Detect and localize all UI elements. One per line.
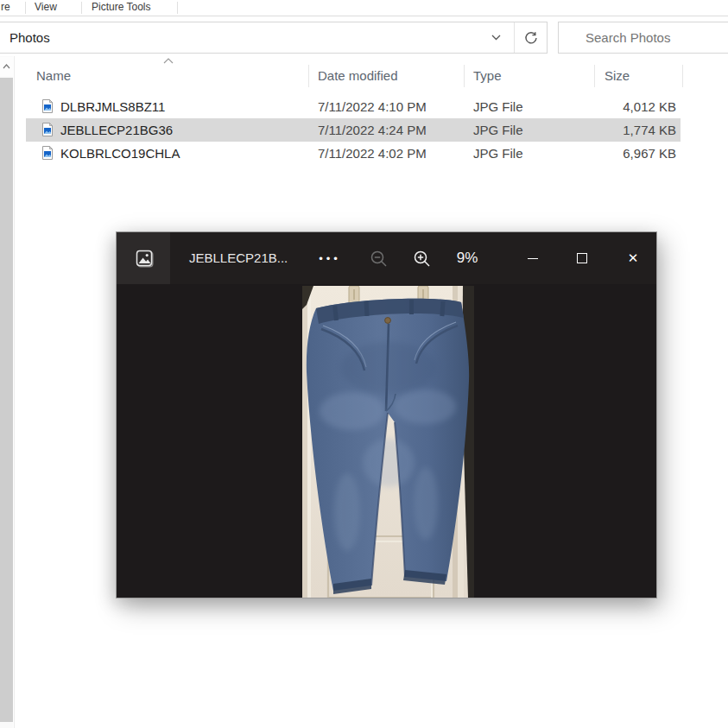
viewer-title: JEBLLECP21B... xyxy=(189,232,288,284)
pane-separator xyxy=(14,56,15,728)
column-separator[interactable] xyxy=(682,65,683,87)
photo-jeans-on-door xyxy=(302,286,474,598)
file-type: JPG File xyxy=(473,95,523,118)
file-name: DLBRJMLS8BZ11 xyxy=(60,95,165,118)
sort-ascending-icon xyxy=(163,58,174,64)
address-dropdown-button[interactable] xyxy=(479,22,512,53)
explorer-window: re View Picture Tools Photos xyxy=(0,0,728,728)
column-separator[interactable] xyxy=(464,65,465,87)
refresh-button[interactable] xyxy=(516,22,547,53)
address-separator xyxy=(514,22,515,53)
file-name: KOLBRLCO19CHLA xyxy=(60,142,180,165)
tab-view[interactable]: View xyxy=(35,0,57,15)
file-row[interactable]: KOLBRLCO19CHLA 7/11/2022 4:02 PM JPG Fil… xyxy=(26,142,681,165)
minimize-button[interactable] xyxy=(513,240,553,276)
see-more-button[interactable]: ••• xyxy=(307,232,350,284)
refresh-icon xyxy=(524,31,538,45)
tab-picture-tools[interactable]: Picture Tools xyxy=(92,0,150,15)
viewer-canvas xyxy=(117,284,656,598)
viewer-titlebar[interactable]: JEBLLECP21B... ••• 9% xyxy=(117,232,656,284)
ribbon-tab-strip: re View Picture Tools xyxy=(0,0,728,16)
file-size: 4,012 KB xyxy=(561,95,676,118)
file-date-modified: 7/11/2022 4:10 PM xyxy=(318,95,427,118)
tab-separator xyxy=(25,2,26,14)
file-name: JEBLLECP21BG36 xyxy=(60,118,173,142)
file-type: JPG File xyxy=(473,118,523,142)
image-file-icon xyxy=(41,123,54,136)
tab-separator xyxy=(81,2,82,14)
image-file-icon xyxy=(41,146,54,160)
photos-app-button[interactable] xyxy=(117,232,170,284)
scrollbar-thumb[interactable] xyxy=(0,78,13,722)
photos-viewer-window: JEBLLECP21B... ••• 9% xyxy=(116,231,657,598)
tab-share-partial[interactable]: re xyxy=(1,0,10,15)
minimize-icon xyxy=(528,258,538,259)
zoom-in-button[interactable] xyxy=(403,232,440,284)
scrollbar-up-button[interactable] xyxy=(0,57,13,76)
tab-separator xyxy=(177,2,178,14)
maximize-button[interactable] xyxy=(562,240,602,276)
image-file-icon xyxy=(41,99,54,113)
column-header-type[interactable]: Type xyxy=(473,64,502,88)
photos-app-icon xyxy=(133,248,155,269)
close-button[interactable]: ✕ xyxy=(613,240,653,276)
file-row[interactable]: DLBRJMLS8BZ11 7/11/2022 4:10 PM JPG File… xyxy=(26,95,681,118)
zoom-level-label: 9% xyxy=(446,232,488,284)
column-header-size[interactable]: Size xyxy=(605,64,630,88)
close-icon: ✕ xyxy=(628,250,639,266)
chevron-down-icon xyxy=(491,35,501,41)
search-box[interactable] xyxy=(558,22,728,54)
column-separator[interactable] xyxy=(594,65,595,87)
zoom-out-icon xyxy=(370,250,388,268)
file-size: 1,774 KB xyxy=(561,118,676,142)
column-separator[interactable] xyxy=(308,65,309,87)
column-header-name[interactable]: Name xyxy=(36,64,71,88)
maximize-icon xyxy=(577,253,587,263)
column-header-date-modified[interactable]: Date modified xyxy=(318,64,398,88)
file-date-modified: 7/11/2022 4:24 PM xyxy=(318,118,427,142)
file-row-selected[interactable]: JEBLLECP21BG36 7/11/2022 4:24 PM JPG Fil… xyxy=(26,118,681,142)
file-type: JPG File xyxy=(473,142,523,165)
chevron-up-icon xyxy=(3,64,10,69)
zoom-out-button[interactable] xyxy=(360,232,396,284)
search-input[interactable] xyxy=(586,30,728,45)
address-location-text: Photos xyxy=(9,22,50,53)
address-bar[interactable]: Photos xyxy=(0,22,548,54)
zoom-in-icon xyxy=(413,250,431,268)
file-size: 6,967 KB xyxy=(561,142,676,165)
file-date-modified: 7/11/2022 4:02 PM xyxy=(318,142,427,165)
